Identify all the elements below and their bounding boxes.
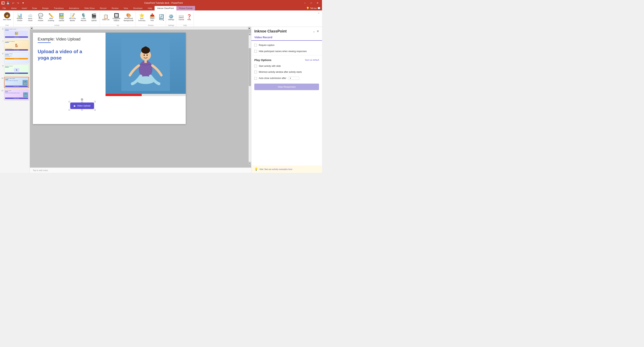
- minimize-button[interactable]: ─: [302, 0, 308, 6]
- help-button[interactable]: ❓ Help: [186, 11, 193, 24]
- handle-br[interactable]: [94, 109, 96, 111]
- handle-bl[interactable]: [68, 109, 70, 111]
- save-button[interactable]: 💾: [6, 1, 10, 5]
- slide-drawing-button[interactable]: ✏️ Slide Drawing: [46, 11, 56, 24]
- draggable-objects-button[interactable]: 🔲 Draggable Objects: [111, 11, 122, 24]
- tab-developer[interactable]: Developer: [131, 6, 145, 11]
- handle-tr[interactable]: [94, 101, 96, 102]
- view-responses-button[interactable]: View Responses: [254, 84, 319, 90]
- tutorial-button[interactable]: 📖 Tutorial: [177, 11, 185, 24]
- slide-thumbnail-7[interactable]: 7 Complete this sentence 🪑 The quick bro…: [1, 40, 29, 51]
- quiz-summary-button[interactable]: ⭐ Quiz Summary: [137, 11, 147, 24]
- tab-slideshow[interactable]: Slide Show: [82, 6, 97, 11]
- user-button[interactable]: 👩 Miss Marie: [2, 11, 12, 21]
- ribbon-group-user: 👩 Miss Marie User: [1, 11, 14, 27]
- tab-view[interactable]: View: [121, 6, 131, 11]
- tab-inknoe[interactable]: Inknoe ClassPoint: [154, 6, 176, 11]
- audio-record-button[interactable]: 🎙️ Audio Record: [78, 11, 88, 24]
- tab-design[interactable]: Design: [40, 6, 51, 11]
- auto-close-input-wrapper[interactable]: ▼: [288, 77, 299, 80]
- help-icon: ❓: [187, 15, 192, 19]
- right-panel-title: Inknoe ClassPoint: [254, 29, 286, 33]
- redo-button[interactable]: ↪: [16, 1, 20, 5]
- reset-button[interactable]: 🔄 Reset ▼: [158, 11, 165, 24]
- ribbon-tabs: File Home Insert Draw Design Transitions…: [0, 6, 322, 11]
- hint-prefix: Hint: See our: [260, 168, 272, 170]
- scroll-right-button[interactable]: ▶: [248, 27, 251, 30]
- undo-button[interactable]: ↩: [11, 1, 15, 5]
- image-upload-button[interactable]: 🖼️ Image Upload: [56, 11, 66, 24]
- tab-transitions[interactable]: Transitions: [51, 6, 66, 11]
- minimize-window-checkbox[interactable]: [254, 71, 257, 73]
- handle-bc[interactable]: [81, 109, 83, 111]
- hide-names-checkbox[interactable]: [254, 50, 257, 53]
- class-list-label: Class List: [102, 19, 110, 21]
- slide-img-6[interactable]: Upload an image of a word 🖼️ Image Uploa…: [4, 28, 29, 39]
- draggable-objects-icon: 🔲: [114, 14, 119, 18]
- save-default-link[interactable]: Save as default: [305, 59, 319, 61]
- slide-img-10[interactable]: Example: Video Upload Upload a video of …: [4, 77, 29, 88]
- tab-picture-format[interactable]: Picture Format: [176, 6, 195, 11]
- slide-img-8[interactable]: Drawing challenge Draw a map showing...i…: [4, 52, 29, 64]
- tab-insert[interactable]: Insert: [19, 6, 30, 11]
- settings-button[interactable]: ⚙️ Settings: [167, 11, 176, 24]
- slide-thumbnail-9[interactable]: 9 Record a sentence 🎙️ Audio Record: [1, 65, 29, 76]
- svg-point-6: [144, 47, 148, 50]
- scroll-up-button[interactable]: ▲: [248, 33, 251, 35]
- slide-thumbnail-8[interactable]: 8 Drawing challenge Draw a map showing..…: [1, 52, 29, 64]
- tab-review[interactable]: Review: [109, 6, 121, 11]
- panel-close-button[interactable]: ✕: [316, 30, 319, 33]
- hint-link[interactable]: activity examples here: [272, 168, 292, 170]
- tab-draw[interactable]: Draw: [30, 6, 40, 11]
- slide-image-container: [106, 33, 186, 96]
- slide-thumbnail-6[interactable]: 6 Upload an image of a word 🖼️ Image Upl…: [1, 28, 29, 39]
- scroll-left-button[interactable]: ◀: [30, 27, 33, 30]
- help-label: Help: [188, 19, 191, 21]
- customize-button[interactable]: ▼: [21, 1, 25, 5]
- slide-num-7: 7: [1, 40, 3, 42]
- slide-drawing-icon: ✏️: [48, 14, 54, 18]
- auto-close-dropdown-arrow[interactable]: ▼: [289, 77, 291, 79]
- close-button[interactable]: ✕: [314, 0, 320, 6]
- share-pdf-label: Share PDF: [148, 18, 156, 22]
- ribbon-collapse-button[interactable]: ⌃: [316, 11, 321, 17]
- require-caption-checkbox[interactable]: [254, 44, 257, 47]
- slide-img-7[interactable]: Complete this sentence 🪑 The quick brown…: [4, 40, 29, 51]
- fill-blanks-button[interactable]: 📝 Fill in the Blanks: [67, 11, 78, 24]
- start-with-slide-checkbox[interactable]: [254, 65, 257, 67]
- panel-collapse-button[interactable]: ⌄: [313, 30, 315, 33]
- right-panel-header: Inknoe ClassPoint ⌄ ✕: [251, 27, 322, 33]
- slide-img-11[interactable]: Record a video Film yourself explaining …: [4, 89, 29, 100]
- slide-num-6: 6: [1, 28, 3, 30]
- slide-thumbnail-10[interactable]: 10 Example: Video Upload Upload a video …: [1, 77, 29, 88]
- notes-placeholder: Tap to add notes: [33, 169, 48, 171]
- notes-area[interactable]: Tap to add notes: [30, 168, 251, 173]
- scroll-down-button[interactable]: ▼: [248, 162, 251, 165]
- short-answer-button[interactable]: 💬 Short Answer: [36, 11, 46, 24]
- class-list-icon: 📋: [103, 15, 108, 19]
- whiteboard-bg-button[interactable]: 🎨 Whiteboard Backgrounds: [122, 11, 135, 24]
- slide-img-9[interactable]: Record a sentence 🎙️ Audio Record: [4, 65, 29, 76]
- tab-help[interactable]: Help: [145, 6, 155, 11]
- share-pdf-button[interactable]: 📤 Share PDF: [147, 11, 157, 24]
- title-bar: P 💾 ↩ ↪ ▼ ClassPoint Tutorials deck - Po…: [0, 0, 322, 6]
- slide-thumbnail-11[interactable]: 11 Record a video Film yourself explaini…: [1, 89, 29, 100]
- video-upload-slide-button[interactable]: ▶ Video Upload: [70, 102, 94, 109]
- word-cloud-button[interactable]: ☁️ Word Cloud: [25, 11, 35, 24]
- tab-file[interactable]: File: [0, 6, 8, 11]
- tab-record[interactable]: Record: [97, 6, 109, 11]
- tab-animations[interactable]: Animations: [66, 6, 82, 11]
- multiple-choice-button[interactable]: 📊 Multiple Choice: [15, 11, 25, 24]
- hide-names-label: Hide participant names when viewing resp…: [259, 50, 307, 53]
- rotate-handle[interactable]: ↻: [81, 98, 83, 101]
- maximize-button[interactable]: □: [308, 0, 314, 6]
- tab-home[interactable]: Home: [8, 6, 19, 11]
- slide-underline: [38, 42, 51, 43]
- handle-tc[interactable]: [81, 101, 83, 102]
- slide-num-11: 11: [1, 89, 3, 91]
- auto-close-checkbox[interactable]: [254, 77, 257, 80]
- word-cloud-label: Word Cloud: [26, 18, 34, 22]
- class-list-button[interactable]: 📋 Class List: [101, 11, 110, 24]
- handle-tl[interactable]: [68, 101, 70, 102]
- video-upload-ribbon-button[interactable]: 🎬 Video Upload: [89, 11, 99, 24]
